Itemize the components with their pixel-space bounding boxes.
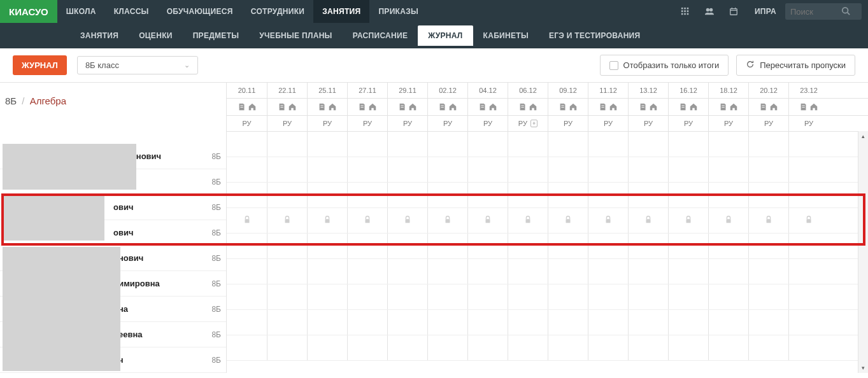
- grade-cell[interactable]: [748, 259, 788, 284]
- grade-cell[interactable]: [387, 208, 427, 233]
- grade-cell[interactable]: [588, 284, 628, 309]
- grade-cell[interactable]: [508, 183, 548, 207]
- date-header[interactable]: 29.11: [387, 83, 427, 98]
- journal-button[interactable]: ЖУРНАЛ: [13, 55, 67, 75]
- date-header[interactable]: 20.12: [748, 83, 788, 98]
- grade-cell[interactable]: [467, 132, 508, 157]
- grade-cell[interactable]: [387, 284, 427, 309]
- grade-cell[interactable]: [387, 310, 427, 335]
- grade-cell[interactable]: [227, 234, 267, 258]
- lesson-subtype[interactable]: РУ: [668, 116, 708, 131]
- grade-cell[interactable]: [427, 234, 467, 258]
- grade-cell[interactable]: [748, 132, 788, 157]
- nav-классы[interactable]: КЛАССЫ: [105, 0, 158, 23]
- lesson-subtype[interactable]: РУ: [467, 116, 508, 131]
- date-header[interactable]: 09.12: [548, 83, 588, 98]
- grade-cell[interactable]: [788, 132, 829, 157]
- lesson-type-icons[interactable]: [267, 99, 307, 115]
- grade-cell[interactable]: [467, 234, 508, 258]
- grade-cell[interactable]: [668, 157, 708, 182]
- grade-cell[interactable]: [788, 310, 829, 335]
- date-header[interactable]: 13.12: [628, 83, 668, 98]
- grade-cell[interactable]: [267, 234, 307, 258]
- grade-cell[interactable]: [668, 132, 708, 157]
- grade-cell[interactable]: [267, 310, 307, 335]
- lesson-type-icons[interactable]: [788, 99, 829, 115]
- grade-cell[interactable]: [267, 284, 307, 309]
- subnav-кабинеты[interactable]: КАБИНЕТЫ: [473, 25, 539, 46]
- lesson-type-icons[interactable]: [668, 99, 708, 115]
- grade-cell[interactable]: [307, 259, 347, 284]
- breadcrumb-subject[interactable]: Алгебра: [30, 95, 66, 106]
- grade-cell[interactable]: [588, 132, 628, 157]
- grade-cell[interactable]: [467, 183, 508, 207]
- grade-cell[interactable]: [307, 208, 347, 233]
- grade-cell[interactable]: [548, 157, 588, 182]
- grade-cell[interactable]: [668, 259, 708, 284]
- lesson-type-icons[interactable]: [427, 99, 467, 115]
- grade-cell[interactable]: [227, 183, 267, 207]
- grade-cell[interactable]: [748, 234, 788, 258]
- grade-cell[interactable]: [387, 234, 427, 258]
- grade-cell[interactable]: [387, 259, 427, 284]
- grade-cell[interactable]: [347, 234, 387, 258]
- grade-cell[interactable]: [508, 335, 548, 360]
- grade-cell[interactable]: [628, 310, 668, 335]
- grade-cell[interactable]: [628, 183, 668, 207]
- subnav-предметы[interactable]: ПРЕДМЕТЫ: [183, 25, 250, 46]
- grade-cell[interactable]: [307, 310, 347, 335]
- date-header[interactable]: 11.12: [588, 83, 628, 98]
- grade-cell[interactable]: [548, 284, 588, 309]
- grade-cell[interactable]: [708, 132, 748, 157]
- grade-cell[interactable]: [668, 208, 708, 233]
- grade-cell[interactable]: [508, 284, 548, 309]
- grade-cell[interactable]: [708, 157, 748, 182]
- grade-cell[interactable]: [788, 234, 829, 258]
- grade-cell[interactable]: [708, 284, 748, 309]
- grade-cell[interactable]: [508, 234, 548, 258]
- lesson-type-icons[interactable]: [748, 99, 788, 115]
- search-input[interactable]: [790, 7, 841, 17]
- grade-cell[interactable]: [427, 259, 467, 284]
- nav-сотрудники[interactable]: СОТРУДНИКИ: [242, 0, 314, 23]
- grade-cell[interactable]: [708, 234, 748, 258]
- lesson-type-icons[interactable]: [227, 99, 267, 115]
- grade-cell[interactable]: [467, 259, 508, 284]
- date-header[interactable]: 25.11: [307, 83, 347, 98]
- breadcrumb-class[interactable]: 8Б: [5, 95, 17, 106]
- subnav-учебные-планы[interactable]: УЧЕБНЫЕ ПЛАНЫ: [249, 25, 342, 46]
- grade-cell[interactable]: [347, 183, 387, 207]
- subnav-занятия[interactable]: ЗАНЯТИЯ: [70, 25, 129, 46]
- grade-cell[interactable]: [668, 335, 708, 360]
- subnav-оценки[interactable]: ОЦЕНКИ: [129, 25, 183, 46]
- grade-cell[interactable]: [307, 132, 347, 157]
- subnav-журнал[interactable]: ЖУРНАЛ: [418, 25, 473, 46]
- grade-cell[interactable]: [508, 208, 548, 233]
- nav-занятия[interactable]: ЗАНЯТИЯ: [313, 0, 369, 23]
- lesson-subtype[interactable]: РУ: [307, 116, 347, 131]
- grade-cell[interactable]: [347, 208, 387, 233]
- grade-cell[interactable]: [227, 310, 267, 335]
- grade-cell[interactable]: [467, 208, 508, 233]
- grade-cell[interactable]: [347, 335, 387, 360]
- grade-cell[interactable]: [588, 157, 628, 182]
- grade-cell[interactable]: [267, 208, 307, 233]
- grade-cell[interactable]: [307, 234, 347, 258]
- date-header[interactable]: 16.12: [668, 83, 708, 98]
- lesson-type-icons[interactable]: [548, 99, 588, 115]
- apps-icon[interactable]: [673, 7, 697, 16]
- grade-cell[interactable]: [628, 208, 668, 233]
- lesson-subtype[interactable]: РУ: [227, 116, 267, 131]
- grade-cell[interactable]: [307, 284, 347, 309]
- grade-cell[interactable]: [508, 259, 548, 284]
- grade-cell[interactable]: [588, 234, 628, 258]
- date-header[interactable]: 22.11: [267, 83, 307, 98]
- lesson-subtype[interactable]: РУ: [708, 116, 748, 131]
- grade-cell[interactable]: [307, 183, 347, 207]
- grade-cell[interactable]: [588, 183, 628, 207]
- grade-cell[interactable]: [588, 335, 628, 360]
- grade-cell[interactable]: [548, 259, 588, 284]
- grade-cell[interactable]: [708, 208, 748, 233]
- logo[interactable]: КИАСУО: [0, 0, 57, 23]
- grade-cell[interactable]: [788, 208, 829, 233]
